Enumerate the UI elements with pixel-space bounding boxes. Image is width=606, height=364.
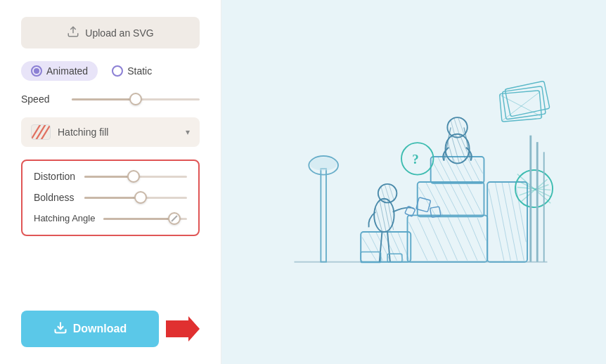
static-radio[interactable]: Static — [112, 65, 152, 77]
svg-rect-8 — [321, 169, 326, 262]
svg-line-47 — [390, 233, 403, 261]
speed-label: Speed — [21, 93, 63, 105]
upload-btn-label: Upload an SVG — [85, 27, 153, 39]
svg-line-43 — [362, 238, 376, 261]
svg-line-29 — [432, 161, 444, 182]
svg-rect-84 — [415, 197, 430, 212]
speed-track[interactable] — [72, 98, 200, 100]
boldness-track[interactable] — [84, 197, 187, 199]
animated-radio-circle — [31, 65, 42, 77]
svg-line-2 — [36, 125, 46, 139]
svg-line-63 — [383, 199, 389, 231]
svg-line-16 — [447, 216, 467, 260]
svg-point-60 — [374, 199, 394, 232]
static-radio-circle — [112, 65, 123, 77]
upload-svg-button[interactable]: Upload an SVG — [21, 17, 200, 48]
hatching-angle-label: Hatching Angle — [34, 213, 95, 225]
speed-slider-row: Speed — [21, 93, 200, 105]
hatching-fill-dropdown[interactable]: Hatching fill ▾ — [21, 117, 200, 147]
svg-line-3 — [41, 125, 50, 139]
svg-line-37 — [489, 188, 504, 260]
svg-line-62 — [379, 200, 385, 232]
svg-line-33 — [460, 157, 472, 182]
hatch-preview-icon — [31, 124, 51, 140]
svg-line-38 — [495, 183, 510, 261]
svg-line-30 — [438, 157, 451, 182]
download-icon — [53, 320, 67, 337]
boldness-label: Boldness — [34, 192, 76, 203]
svg-line-41 — [515, 183, 526, 242]
angle-track[interactable] — [103, 218, 187, 220]
svg-illustration: ? — [236, 14, 592, 350]
distortion-settings-box: Distortion Boldness Hatching Angle — [21, 160, 200, 236]
distortion-track[interactable] — [84, 176, 187, 178]
speed-fill — [72, 98, 136, 100]
angle-fill — [103, 218, 174, 220]
upload-icon — [67, 25, 79, 40]
svg-line-35 — [475, 159, 482, 174]
hatching-fill-label: Hatching fill — [58, 126, 179, 138]
animation-type-group: Animated Static — [21, 61, 200, 81]
download-btn-label: Download — [73, 323, 127, 335]
svg-line-1 — [32, 125, 41, 139]
boldness-fill — [84, 197, 141, 199]
animated-label: Animated — [46, 65, 88, 77]
distortion-fill — [84, 176, 134, 178]
boldness-thumb[interactable] — [134, 191, 147, 204]
distortion-thumb[interactable] — [127, 170, 140, 183]
svg-line-4 — [172, 216, 177, 221]
svg-line-13 — [417, 216, 437, 261]
svg-marker-6 — [166, 316, 200, 342]
svg-line-14 — [427, 216, 446, 260]
speed-thumb[interactable] — [129, 93, 142, 105]
svg-line-23 — [434, 183, 451, 215]
svg-line-24 — [441, 183, 458, 215]
svg-line-17 — [457, 216, 477, 260]
angle-thumb[interactable] — [168, 212, 181, 225]
red-arrow-indicator — [166, 316, 200, 342]
svg-line-25 — [450, 183, 467, 215]
boldness-slider-row: Boldness — [34, 192, 187, 203]
svg-line-18 — [467, 216, 486, 260]
hatching-angle-slider-row: Hatching Angle — [34, 213, 187, 225]
download-row: Download — [21, 311, 200, 347]
svg-text:?: ? — [412, 152, 418, 167]
static-label: Static — [127, 65, 152, 77]
distortion-slider-row: Distortion — [34, 171, 187, 182]
svg-line-61 — [375, 207, 382, 231]
svg-line-19 — [477, 218, 486, 240]
svg-rect-36 — [487, 182, 527, 262]
illustration-panel: ? — [221, 0, 606, 364]
download-button[interactable]: Download — [21, 311, 159, 347]
animated-radio[interactable]: Animated — [21, 61, 98, 81]
svg-line-12 — [408, 222, 427, 261]
svg-line-50 — [447, 141, 453, 163]
svg-line-39 — [502, 183, 517, 261]
svg-rect-75 — [505, 81, 550, 117]
distortion-label: Distortion — [34, 171, 76, 182]
svg-line-26 — [458, 183, 475, 215]
left-panel: Upload an SVG Animated Static Speed Hatc… — [0, 0, 221, 364]
svg-rect-90 — [361, 252, 380, 262]
svg-line-27 — [465, 183, 482, 215]
svg-line-34 — [467, 157, 479, 182]
svg-point-10 — [310, 157, 337, 171]
chevron-down-icon: ▾ — [186, 127, 190, 137]
svg-line-15 — [437, 216, 457, 260]
